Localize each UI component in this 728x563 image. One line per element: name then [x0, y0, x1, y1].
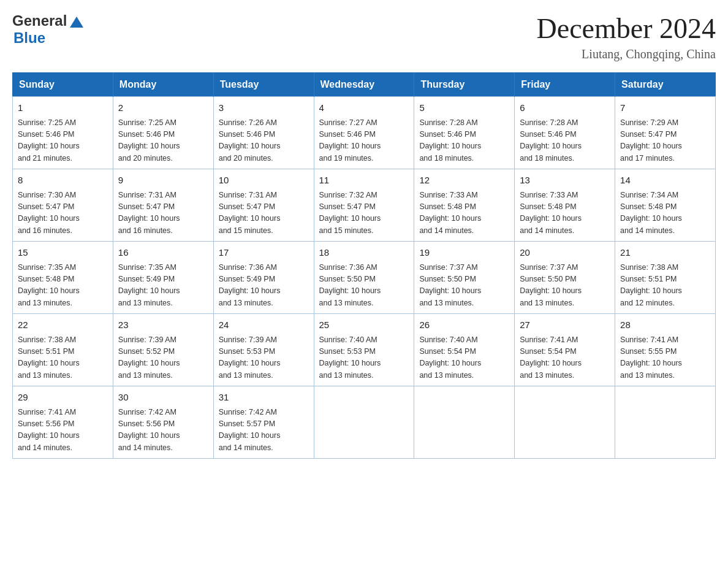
day-info: Sunrise: 7:31 AMSunset: 5:47 PMDaylight:…: [219, 190, 309, 237]
day-number: 13: [520, 174, 610, 188]
day-number: 10: [219, 174, 309, 188]
calendar-day-cell: 31Sunrise: 7:42 AMSunset: 5:57 PMDayligh…: [213, 386, 314, 459]
calendar-day-cell: 17Sunrise: 7:36 AMSunset: 5:49 PMDayligh…: [213, 242, 314, 314]
calendar-day-cell: 7Sunrise: 7:29 AMSunset: 5:47 PMDaylight…: [615, 97, 716, 169]
day-number: 31: [219, 391, 309, 405]
calendar-day-cell: 3Sunrise: 7:26 AMSunset: 5:46 PMDaylight…: [213, 97, 314, 169]
calendar-body: 1Sunrise: 7:25 AMSunset: 5:46 PMDaylight…: [13, 97, 716, 459]
logo-blue-text: Blue: [13, 29, 45, 47]
calendar-day-cell: 6Sunrise: 7:28 AMSunset: 5:46 PMDaylight…: [515, 97, 615, 169]
day-info: Sunrise: 7:41 AMSunset: 5:54 PMDaylight:…: [520, 334, 610, 382]
page-header: General Blue December 2024 Liutang, Chon…: [12, 12, 716, 61]
logo-line1: General: [12, 12, 83, 29]
calendar-day-cell: [414, 386, 515, 459]
day-info: Sunrise: 7:26 AMSunset: 5:46 PMDaylight:…: [219, 117, 309, 165]
day-info: Sunrise: 7:38 AMSunset: 5:51 PMDaylight:…: [18, 334, 108, 382]
col-monday: Monday: [113, 73, 213, 97]
day-number: 17: [219, 246, 309, 260]
calendar-day-cell: [615, 386, 716, 459]
day-info: Sunrise: 7:41 AMSunset: 5:56 PMDaylight:…: [18, 407, 108, 454]
day-number: 23: [118, 318, 208, 332]
calendar-day-cell: 24Sunrise: 7:39 AMSunset: 5:53 PMDayligh…: [213, 314, 314, 386]
calendar-day-cell: 10Sunrise: 7:31 AMSunset: 5:47 PMDayligh…: [213, 169, 314, 242]
day-number: 22: [18, 318, 108, 332]
calendar-day-cell: 22Sunrise: 7:38 AMSunset: 5:51 PMDayligh…: [13, 314, 113, 386]
calendar-title: December 2024: [537, 12, 716, 45]
day-number: 4: [319, 101, 409, 115]
day-info: Sunrise: 7:28 AMSunset: 5:46 PMDaylight:…: [520, 117, 610, 165]
day-info: Sunrise: 7:36 AMSunset: 5:50 PMDaylight:…: [319, 262, 409, 310]
calendar-day-cell: 18Sunrise: 7:36 AMSunset: 5:50 PMDayligh…: [314, 242, 414, 314]
calendar-day-cell: 19Sunrise: 7:37 AMSunset: 5:50 PMDayligh…: [414, 242, 515, 314]
logo-triangles: [70, 17, 83, 28]
day-number: 14: [620, 174, 710, 188]
col-thursday: Thursday: [414, 73, 515, 97]
day-number: 16: [118, 246, 208, 260]
day-info: Sunrise: 7:31 AMSunset: 5:47 PMDaylight:…: [118, 190, 208, 237]
day-info: Sunrise: 7:35 AMSunset: 5:48 PMDaylight:…: [18, 262, 108, 310]
day-number: 3: [219, 101, 309, 115]
day-number: 11: [319, 174, 409, 188]
calendar-day-cell: 11Sunrise: 7:32 AMSunset: 5:47 PMDayligh…: [314, 169, 414, 242]
calendar-day-cell: 23Sunrise: 7:39 AMSunset: 5:52 PMDayligh…: [113, 314, 213, 386]
calendar-week-row: 8Sunrise: 7:30 AMSunset: 5:47 PMDaylight…: [13, 169, 716, 242]
calendar-week-row: 22Sunrise: 7:38 AMSunset: 5:51 PMDayligh…: [13, 314, 716, 386]
day-info: Sunrise: 7:39 AMSunset: 5:53 PMDaylight:…: [219, 334, 309, 382]
calendar-day-cell: 20Sunrise: 7:37 AMSunset: 5:50 PMDayligh…: [515, 242, 615, 314]
calendar-week-row: 1Sunrise: 7:25 AMSunset: 5:46 PMDaylight…: [13, 97, 716, 169]
day-info: Sunrise: 7:39 AMSunset: 5:52 PMDaylight:…: [118, 334, 208, 382]
calendar-day-cell: 16Sunrise: 7:35 AMSunset: 5:49 PMDayligh…: [113, 242, 213, 314]
day-info: Sunrise: 7:40 AMSunset: 5:54 PMDaylight:…: [419, 334, 509, 382]
day-info: Sunrise: 7:41 AMSunset: 5:55 PMDaylight:…: [620, 334, 710, 382]
day-info: Sunrise: 7:32 AMSunset: 5:47 PMDaylight:…: [319, 190, 409, 237]
day-number: 7: [620, 101, 710, 115]
day-info: Sunrise: 7:35 AMSunset: 5:49 PMDaylight:…: [118, 262, 208, 310]
calendar-table: Sunday Monday Tuesday Wednesday Thursday…: [12, 72, 716, 459]
calendar-day-cell: 8Sunrise: 7:30 AMSunset: 5:47 PMDaylight…: [13, 169, 113, 242]
days-of-week-row: Sunday Monday Tuesday Wednesday Thursday…: [13, 73, 716, 97]
calendar-header: Sunday Monday Tuesday Wednesday Thursday…: [13, 73, 716, 97]
col-wednesday: Wednesday: [314, 73, 414, 97]
day-info: Sunrise: 7:34 AMSunset: 5:48 PMDaylight:…: [620, 190, 710, 237]
calendar-day-cell: 30Sunrise: 7:42 AMSunset: 5:56 PMDayligh…: [113, 386, 213, 459]
col-friday: Friday: [515, 73, 615, 97]
day-info: Sunrise: 7:33 AMSunset: 5:48 PMDaylight:…: [520, 190, 610, 237]
day-info: Sunrise: 7:36 AMSunset: 5:49 PMDaylight:…: [219, 262, 309, 310]
day-info: Sunrise: 7:37 AMSunset: 5:50 PMDaylight:…: [419, 262, 509, 310]
day-info: Sunrise: 7:25 AMSunset: 5:46 PMDaylight:…: [18, 117, 108, 165]
day-info: Sunrise: 7:42 AMSunset: 5:57 PMDaylight:…: [219, 407, 309, 454]
calendar-week-row: 29Sunrise: 7:41 AMSunset: 5:56 PMDayligh…: [13, 386, 716, 459]
calendar-week-row: 15Sunrise: 7:35 AMSunset: 5:48 PMDayligh…: [13, 242, 716, 314]
calendar-day-cell: 12Sunrise: 7:33 AMSunset: 5:48 PMDayligh…: [414, 169, 515, 242]
day-number: 26: [419, 318, 509, 332]
day-number: 6: [520, 101, 610, 115]
day-number: 29: [18, 391, 108, 405]
logo-line2: Blue: [13, 29, 45, 47]
day-info: Sunrise: 7:27 AMSunset: 5:46 PMDaylight:…: [319, 117, 409, 165]
triangle-right-icon: [77, 17, 83, 28]
calendar-day-cell: 26Sunrise: 7:40 AMSunset: 5:54 PMDayligh…: [414, 314, 515, 386]
col-saturday: Saturday: [615, 73, 716, 97]
day-number: 2: [118, 101, 208, 115]
day-number: 25: [319, 318, 409, 332]
calendar-day-cell: 28Sunrise: 7:41 AMSunset: 5:55 PMDayligh…: [615, 314, 716, 386]
day-number: 21: [620, 246, 710, 260]
day-info: Sunrise: 7:37 AMSunset: 5:50 PMDaylight:…: [520, 262, 610, 310]
day-number: 20: [520, 246, 610, 260]
day-number: 1: [18, 101, 108, 115]
day-info: Sunrise: 7:28 AMSunset: 5:46 PMDaylight:…: [419, 117, 509, 165]
calendar-day-cell: [314, 386, 414, 459]
calendar-day-cell: 15Sunrise: 7:35 AMSunset: 5:48 PMDayligh…: [13, 242, 113, 314]
calendar-day-cell: 5Sunrise: 7:28 AMSunset: 5:46 PMDaylight…: [414, 97, 515, 169]
calendar-day-cell: 4Sunrise: 7:27 AMSunset: 5:46 PMDaylight…: [314, 97, 414, 169]
day-number: 27: [520, 318, 610, 332]
day-info: Sunrise: 7:38 AMSunset: 5:51 PMDaylight:…: [620, 262, 710, 310]
logo: General Blue: [12, 12, 83, 47]
day-info: Sunrise: 7:33 AMSunset: 5:48 PMDaylight:…: [419, 190, 509, 237]
day-number: 19: [419, 246, 509, 260]
calendar-subtitle: Liutang, Chongqing, China: [537, 47, 716, 61]
col-tuesday: Tuesday: [213, 73, 314, 97]
calendar-day-cell: 27Sunrise: 7:41 AMSunset: 5:54 PMDayligh…: [515, 314, 615, 386]
calendar-day-cell: 21Sunrise: 7:38 AMSunset: 5:51 PMDayligh…: [615, 242, 716, 314]
day-number: 18: [319, 246, 409, 260]
